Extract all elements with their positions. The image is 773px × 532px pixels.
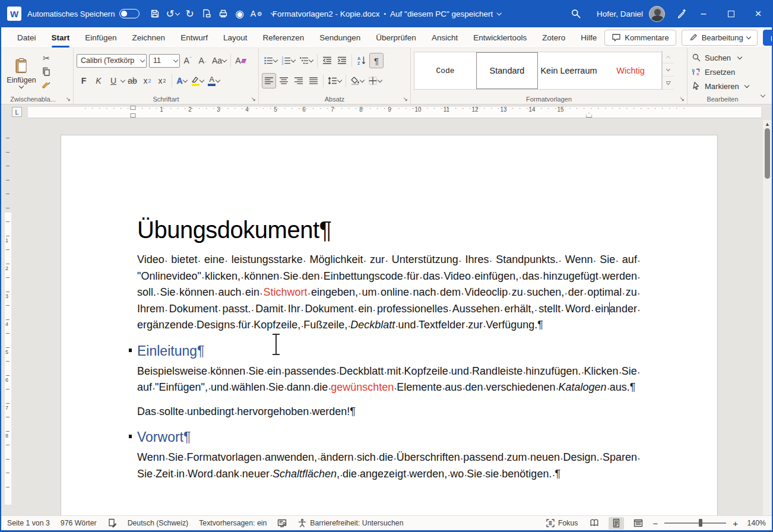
tab-zotero[interactable]: Zotero: [534, 29, 573, 46]
tab-datei[interactable]: Datei: [9, 29, 44, 46]
record-icon[interactable]: ◉: [232, 4, 248, 24]
font-size-combo[interactable]: 11: [149, 54, 180, 68]
scrollbar-thumb[interactable]: [765, 128, 770, 179]
tab-entwicklertools[interactable]: Entwicklertools: [465, 29, 534, 46]
undo-dropdown-icon[interactable]: [175, 10, 179, 15]
read-mode-icon[interactable]: [587, 517, 602, 530]
italic-button[interactable]: K: [91, 73, 106, 88]
align-center-button[interactable]: [277, 73, 291, 88]
close-button[interactable]: ×: [745, 0, 772, 27]
user-name[interactable]: Hofer, Daniel: [597, 10, 643, 18]
justify-button[interactable]: [306, 73, 321, 88]
paragraph-dialog-launcher[interactable]: ↘: [403, 96, 408, 102]
title-dropdown-icon[interactable]: [496, 10, 501, 15]
font-dialog-launcher[interactable]: ↘: [251, 96, 256, 102]
style-card-wichtig[interactable]: Wichtig: [600, 52, 661, 89]
display-settings-icon[interactable]: [277, 518, 287, 528]
save-icon[interactable]: [147, 4, 163, 24]
print-layout-icon[interactable]: [609, 517, 624, 530]
font-name-combo[interactable]: Calibri (Textkörp: [77, 54, 147, 68]
highlight-color-button[interactable]: [189, 73, 205, 88]
strikethrough-button[interactable]: ab: [125, 73, 140, 88]
zoom-slider-thumb[interactable]: [699, 519, 702, 527]
web-layout-icon[interactable]: [631, 517, 646, 530]
copy-icon[interactable]: [39, 65, 54, 78]
clipboard-dialog-launcher[interactable]: ↘: [66, 96, 71, 102]
word-count[interactable]: 976 Wörter: [61, 519, 97, 527]
autosave-toggle[interactable]: [119, 9, 140, 18]
grow-font-button[interactable]: Aˆ: [180, 53, 195, 68]
select-button[interactable]: Markieren: [690, 79, 755, 93]
document-paragraph[interactable]: Beispielsweise können Sie ein passendes …: [137, 363, 637, 396]
zoom-in-button[interactable]: +: [733, 518, 738, 528]
redo-button[interactable]: ↻: [182, 4, 198, 24]
style-card-kein-leerraum[interactable]: Kein Leerraum: [538, 52, 600, 89]
find-button[interactable]: Suchen: [690, 50, 755, 65]
search-icon[interactable]: [571, 8, 581, 19]
tab-entwurf[interactable]: Entwurf: [173, 29, 216, 46]
draw-tool-icon[interactable]: [673, 4, 690, 24]
styles-more-icon[interactable]: [663, 77, 674, 90]
document-heading[interactable]: Vorwort¶: [137, 429, 637, 445]
bold-button[interactable]: F: [77, 73, 91, 88]
numbered-list-icon[interactable]: 123: [280, 53, 297, 68]
font-settings-icon[interactable]: A⚙: [248, 4, 265, 24]
change-case-button[interactable]: Aa: [210, 53, 228, 68]
user-avatar[interactable]: [649, 6, 665, 22]
scrollbar-up-icon[interactable]: ▲: [763, 121, 772, 127]
collapse-ribbon-icon[interactable]: [761, 88, 765, 99]
subscript-button[interactable]: x2: [140, 73, 154, 88]
language-indicator[interactable]: Deutsch (Schweiz): [128, 519, 189, 527]
superscript-button[interactable]: x2: [155, 73, 169, 88]
zoom-slider[interactable]: [664, 522, 726, 524]
underline-button[interactable]: U: [106, 73, 121, 88]
tab-zeichnen[interactable]: Zeichnen: [125, 29, 173, 46]
borders-icon[interactable]: [366, 73, 384, 88]
shrink-font-button[interactable]: Aˇ: [195, 53, 210, 68]
document-heading[interactable]: Einleitung¶: [137, 343, 637, 359]
font-color-button[interactable]: A: [206, 73, 221, 88]
cut-icon[interactable]: ✂: [39, 52, 54, 65]
clear-formatting-button[interactable]: A: [233, 53, 248, 68]
decrease-indent-icon[interactable]: [320, 53, 334, 68]
accessibility-checker[interactable]: Barrierefreiheit: Untersuchen: [297, 518, 403, 528]
increase-indent-icon[interactable]: [335, 53, 349, 68]
style-card-code[interactable]: Code: [414, 52, 476, 89]
focus-mode-button[interactable]: Fokus: [546, 518, 578, 528]
align-right-button[interactable]: [292, 73, 306, 88]
minimize-button[interactable]: –: [690, 0, 717, 27]
show-formatting-marks-button[interactable]: ¶: [369, 53, 384, 68]
document-page[interactable]: Übungsdokument¶Video bietet eine leistun…: [61, 135, 718, 515]
document-title-text[interactable]: Übungsdokument¶: [137, 216, 637, 243]
tab-überprüfen[interactable]: Überprüfen: [368, 29, 424, 46]
document-content[interactable]: Übungsdokument¶Video bietet eine leistun…: [61, 135, 717, 482]
first-line-indent-marker[interactable]: [131, 106, 136, 110]
replace-button[interactable]: bc Ersetzen: [690, 65, 755, 79]
document-title-area[interactable]: Formatvorlagen2 - Kopie.docx • Auf "dies…: [273, 10, 501, 18]
bullet-list-icon[interactable]: [262, 53, 279, 68]
format-painter-icon[interactable]: [39, 79, 54, 92]
autosave-control[interactable]: Automatisches Speichern: [27, 9, 140, 18]
sort-icon[interactable]: AZ: [354, 53, 369, 68]
tab-referenzen[interactable]: Referenzen: [255, 29, 312, 46]
tab-hilfe[interactable]: Hilfe: [573, 29, 604, 46]
paste-button[interactable]: Einfügen: [4, 50, 39, 94]
shading-icon[interactable]: [349, 73, 366, 88]
document-paragraph[interactable]: Das sollte unbedingt hervorgehoben werde…: [137, 404, 637, 420]
line-spacing-icon[interactable]: [326, 73, 343, 88]
styles-scroll-down-icon[interactable]: [663, 64, 674, 77]
align-left-button[interactable]: [262, 73, 276, 88]
vertical-scrollbar[interactable]: ▲: [763, 120, 772, 515]
text-predictions[interactable]: Textvorhersagen: ein: [199, 519, 267, 527]
page-indicator[interactable]: Seite 1 von 3: [7, 519, 50, 527]
style-card-standard[interactable]: Standard: [476, 52, 538, 89]
text-effects-button[interactable]: A: [175, 73, 189, 88]
proofing-icon[interactable]: [107, 518, 117, 528]
tab-start[interactable]: Start: [44, 29, 78, 46]
document-paragraph[interactable]: Wenn Sie Formatvorlagen anwenden, ändern…: [137, 449, 637, 482]
word-app-icon[interactable]: W: [7, 7, 21, 21]
tab-einfügen[interactable]: Einfügen: [77, 29, 124, 46]
styles-dialog-launcher[interactable]: ↘: [680, 96, 685, 102]
tab-sendungen[interactable]: Sendungen: [312, 29, 368, 46]
zoom-level[interactable]: 140%: [745, 519, 766, 527]
